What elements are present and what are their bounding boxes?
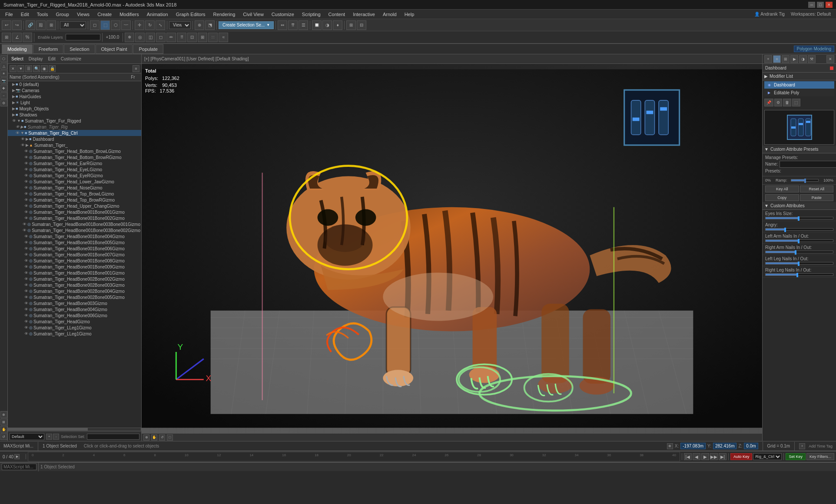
- select-object-button[interactable]: ◻: [90, 20, 100, 30]
- tree-item-g31[interactable]: 👁 ◎ Sumatran_Tiger_LLeg1Gizmo: [8, 331, 141, 337]
- scene-highlight-btn[interactable]: ◉: [41, 65, 48, 72]
- menu-animation[interactable]: Animation: [143, 11, 172, 18]
- attr-thumb[interactable]: [798, 216, 800, 221]
- pivot-center-button[interactable]: ⊕: [195, 20, 204, 30]
- preset-name-input[interactable]: [780, 161, 836, 168]
- del-layer-btn[interactable]: -: [53, 434, 59, 440]
- scene-close-btn[interactable]: ✕: [10, 65, 17, 72]
- tree-item-g18[interactable]: 👁 ◎ Sumatran_Tiger_HeadBone001Bone007Giz…: [8, 252, 141, 258]
- tree-item-g10[interactable]: 👁 ◎ Sumatran_Tiger_Head_Upper_ChangGizmo: [8, 203, 141, 209]
- rig-ctrl-select[interactable]: Rig_&_Ctrl: [753, 453, 782, 460]
- attr-thumb[interactable]: [798, 262, 800, 266]
- minimize-button[interactable]: ─: [808, 2, 815, 8]
- tree-item-g27[interactable]: 👁 ◎ Sumatran_Tiger_HeadBone004Gizmo: [8, 306, 141, 312]
- menu-civil-view[interactable]: Civil View: [239, 11, 267, 18]
- tab-freeform[interactable]: Freeform: [33, 44, 64, 54]
- angle-snap-button[interactable]: ∠: [12, 33, 22, 42]
- lasso-button[interactable]: 〰: [121, 20, 131, 30]
- tree-item-hairguides[interactable]: ▶ ■ HairGuides: [8, 93, 141, 99]
- tree-item-g26[interactable]: 👁 ◎ Sumatran_Tiger_HeadBone003Gizmo: [8, 300, 141, 306]
- orbit-btn[interactable]: ↺: [0, 433, 7, 440]
- create-geometry-btn[interactable]: ⬡: [0, 55, 7, 62]
- menu-customize[interactable]: Customize: [268, 11, 298, 18]
- create-light-btn[interactable]: ☀: [0, 70, 7, 77]
- tab-modeling[interactable]: Modeling: [2, 44, 33, 54]
- tree-item-g25[interactable]: 👁 ◎ Sumatran_Tiger_HeadBone002Bone005Giz…: [8, 294, 141, 300]
- vp-pan-btn[interactable]: ✋: [151, 434, 157, 441]
- set-key-btn[interactable]: Set Key: [786, 453, 806, 460]
- paint-sel-btn[interactable]: ✏: [166, 33, 176, 42]
- dynamics-btn[interactable]: ⊞: [198, 33, 207, 42]
- tree-item-morph[interactable]: ▶ ■ Morph_Objects: [8, 106, 141, 112]
- go-end-btn[interactable]: ▶|: [719, 453, 727, 460]
- tree-item-0-default[interactable]: ▶ ■ 0 (default): [8, 81, 141, 87]
- panel-tab-display[interactable]: Display: [27, 56, 45, 62]
- attr-thumb[interactable]: [784, 228, 786, 232]
- panel-tab-customize[interactable]: Customize: [59, 56, 83, 62]
- menu-group[interactable]: Group: [52, 11, 73, 18]
- attr-thumb[interactable]: [795, 250, 796, 255]
- maxscript-input[interactable]: [2, 464, 36, 470]
- menu-modifiers[interactable]: Modifiers: [116, 11, 143, 18]
- freeze-btn[interactable]: ❄: [125, 33, 134, 42]
- maximize-button[interactable]: □: [817, 2, 824, 8]
- custom-attr-presets-header[interactable]: ▼ Custom Attribute Presets: [763, 146, 836, 153]
- mod-delete-btn[interactable]: 🗑: [783, 99, 791, 106]
- menu-file[interactable]: File: [2, 11, 17, 18]
- tree-item-g3[interactable]: 👁 ◎ Sumatran_Tiger_Head_EarRGizmo: [8, 160, 141, 166]
- select-region-button[interactable]: ⬚: [100, 20, 110, 30]
- modifier-editable-poly[interactable]: ▶ Editable Poly: [764, 89, 834, 97]
- tree-item-g6[interactable]: 👁 ◎ Sumatran_Tiger_Head_Lower_JawGizmo: [8, 179, 141, 185]
- scene-lock-btn[interactable]: 🔒: [49, 65, 56, 72]
- rp-close-btn[interactable]: ✕: [826, 55, 834, 63]
- menu-interactive[interactable]: Interactive: [349, 11, 378, 18]
- tree-item-g8[interactable]: 👁 ◎ Sumatran_Tiger_Head_Top_BrowLGizmo: [8, 191, 141, 197]
- min-max-button[interactable]: ⊟: [357, 20, 366, 30]
- tab-selection[interactable]: Selection: [64, 44, 95, 54]
- key-filters-btn[interactable]: Key Filters...: [806, 453, 834, 460]
- redo-button[interactable]: ↪: [12, 20, 22, 30]
- scene-search-btn[interactable]: 🔍: [33, 65, 40, 72]
- select-fence-button[interactable]: ⬡: [111, 20, 120, 30]
- tree-item-g22[interactable]: 👁 ◎ Sumatran_Tiger_HeadBone002Bone002Giz…: [8, 276, 141, 282]
- coord-icon[interactable]: ⊕: [667, 443, 673, 449]
- tree-item-g11[interactable]: 👁 ◎ Sumatran_Tiger_HeadBone001Bone001Giz…: [8, 209, 141, 215]
- viewport-canvas[interactable]: X Y Total Polys: 122,362 Verts: 90,453 F…: [142, 64, 762, 433]
- scene-options-btn[interactable]: ☰: [25, 65, 32, 72]
- rp-motion-btn[interactable]: ▶: [790, 55, 798, 63]
- menu-scripting[interactable]: Scripting: [299, 11, 324, 18]
- create-helper-btn[interactable]: ✚: [0, 85, 7, 92]
- prev-frame-btn[interactable]: ◀: [693, 453, 700, 460]
- tree-item-g9[interactable]: 👁 ◎ Sumatran_Tiger_Head_Top_BrowRGizmo: [8, 197, 141, 203]
- menu-rendering[interactable]: Rendering: [210, 11, 239, 18]
- play-btn[interactable]: ▶: [701, 453, 709, 460]
- zoom-btn[interactable]: ⊕: [0, 411, 7, 418]
- panel-tab-select[interactable]: Select: [10, 56, 25, 62]
- tree-item-shadows[interactable]: ▶ ■ Shadows: [8, 112, 141, 118]
- tree-item-g4[interactable]: 👁 ◎ Sumatran_Tiger_Head_EyeLGizmo: [8, 166, 141, 172]
- modifier-dashboard[interactable]: ◉ Dashboard: [764, 81, 834, 89]
- go-start-btn[interactable]: |◀: [684, 453, 692, 460]
- tree-item-g2[interactable]: 👁 ◎ Sumatran_Tiger_Head_Bottom_BrowRGizm…: [8, 154, 141, 160]
- tree-item-g1[interactable]: 👁 ◎ Sumatran_Tiger_Head_Bottom_BrowLGizm…: [8, 148, 141, 154]
- menu-edit[interactable]: Edit: [17, 11, 33, 18]
- attr-track[interactable]: [765, 239, 833, 242]
- attr-track[interactable]: [765, 217, 833, 219]
- create-shape-btn[interactable]: △: [0, 63, 7, 70]
- tab-object-paint[interactable]: Object Paint: [96, 44, 133, 54]
- key-all-btn[interactable]: Key All: [765, 186, 799, 192]
- zoom-ext-button[interactable]: ⊞: [346, 20, 356, 30]
- menu-graph-editors[interactable]: Graph Editors: [173, 11, 209, 18]
- rp-utilities-btn[interactable]: ⚒: [808, 55, 816, 63]
- mirror-button[interactable]: ⇔: [278, 20, 287, 30]
- modifier-list-header[interactable]: ▶ Modifier List: [763, 73, 836, 80]
- tree-item-g7[interactable]: 👁 ◎ Sumatran_Tiger_Head_NoseGizmo: [8, 185, 141, 191]
- tree-item-g14[interactable]: 👁 ◎ Sumatran_Tiger_HeadBone001Bone003Bon…: [8, 227, 141, 233]
- tree-item-g12[interactable]: 👁 ◎ Sumatran_Tiger_HeadBone001Bone002Giz…: [8, 215, 141, 221]
- pan-btn[interactable]: ✋: [0, 426, 7, 433]
- zoom-all-btn[interactable]: ⊞: [0, 418, 7, 425]
- menu-views[interactable]: Views: [73, 11, 93, 18]
- tree-item-g28[interactable]: 👁 ◎ Sumatran_Tiger_HeadBone006Gizmo: [8, 312, 141, 318]
- rp-add-btn[interactable]: +: [764, 55, 772, 63]
- create-selection-button[interactable]: Create Selection Se... ▼: [219, 21, 274, 29]
